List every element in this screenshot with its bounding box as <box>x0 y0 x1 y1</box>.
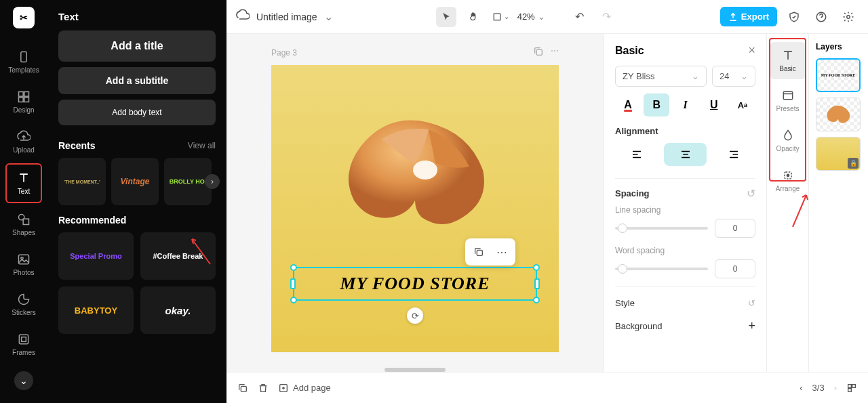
svg-rect-4 <box>24 98 29 102</box>
word-spacing-value[interactable]: 0 <box>715 259 755 278</box>
recent-preset[interactable]: Vintage <box>111 158 159 205</box>
rotate-handle[interactable]: ⟳ <box>407 307 423 324</box>
recents-next-button[interactable]: › <box>205 174 220 189</box>
svg-rect-10 <box>22 337 26 342</box>
page-more-icon[interactable]: ⋯ <box>551 46 559 59</box>
recommended-preset[interactable]: #Coffee Break <box>140 232 216 280</box>
title-dropdown[interactable]: ⌄ <box>324 10 333 23</box>
svg-rect-17 <box>783 91 792 100</box>
close-panel-icon[interactable]: × <box>748 43 755 58</box>
text-icon <box>17 171 31 185</box>
help-icon[interactable] <box>811 7 831 27</box>
svg-rect-2 <box>24 92 29 97</box>
recommended-preset[interactable]: okay. <box>140 287 216 334</box>
resize-handle[interactable] <box>533 264 540 271</box>
sidebar-item-templates[interactable]: Templates <box>5 43 42 81</box>
upload-icon <box>17 130 31 144</box>
add-title-button[interactable]: Add a title <box>58 30 216 62</box>
resize-handle[interactable] <box>290 278 296 289</box>
app-logo[interactable]: ✂ <box>13 7 35 28</box>
word-spacing-slider[interactable] <box>615 268 708 270</box>
svg-rect-0 <box>21 52 26 62</box>
add-subtitle-button[interactable]: Add a subtitle <box>58 67 216 94</box>
duplicate-page-icon[interactable] <box>533 46 544 59</box>
horizontal-scrollbar[interactable] <box>384 368 446 372</box>
next-page-button[interactable]: › <box>834 383 837 393</box>
reset-spacing-icon[interactable]: ↺ <box>747 187 755 200</box>
layer-thumbnail-background[interactable]: 🔒 <box>816 137 861 171</box>
text-icon <box>781 49 795 62</box>
add-background-icon[interactable]: + <box>748 319 755 333</box>
sidebar-item-shapes[interactable]: Shapes <box>5 206 42 243</box>
add-body-button[interactable]: Add body text <box>58 100 216 125</box>
page-grid-button[interactable] <box>846 383 857 394</box>
left-rail: ✂ Templates Design Upload Text Shapes Ph… <box>0 0 47 403</box>
align-left-button[interactable] <box>615 143 658 166</box>
recommended-preset[interactable]: BABYTOY <box>58 287 134 334</box>
tab-presets[interactable]: Presets <box>770 82 806 119</box>
tab-arrange[interactable]: Arrange <box>770 162 806 199</box>
pointer-tool[interactable] <box>436 7 456 27</box>
templates-icon <box>17 50 31 64</box>
font-select[interactable]: ZY Bliss⌄ <box>615 66 707 87</box>
document-title[interactable]: Untitled image <box>256 12 317 22</box>
canvas-page[interactable]: ⋯ MY FOOD STORE ⟳ <box>271 65 559 352</box>
line-spacing-slider[interactable] <box>615 227 708 230</box>
design-icon <box>17 90 31 104</box>
delete-page-button[interactable] <box>258 383 269 394</box>
svg-rect-11 <box>494 14 500 20</box>
hand-tool[interactable] <box>463 7 484 27</box>
duplicate-page-button[interactable] <box>237 383 248 394</box>
resize-handle[interactable] <box>533 297 540 303</box>
more-icon[interactable]: ⋯ <box>492 242 511 261</box>
redo-button[interactable]: ↷ <box>597 7 617 27</box>
settings-icon[interactable] <box>838 7 859 27</box>
svg-rect-16 <box>477 250 482 255</box>
canvas-area[interactable]: Page 3 ⋯ ⋯ <box>226 34 604 372</box>
sidebar-more[interactable]: ⌄ <box>14 371 33 390</box>
add-page-button[interactable]: Add page <box>278 383 331 394</box>
text-panel: Text Add a title Add a subtitle Add body… <box>47 0 226 403</box>
floating-toolbar: ⋯ <box>465 238 515 266</box>
sidebar-item-frames[interactable]: Frames <box>5 326 42 363</box>
croissant-image[interactable] <box>327 106 503 241</box>
tab-opacity[interactable]: Opacity <box>770 122 806 159</box>
shield-icon[interactable] <box>784 7 804 27</box>
layer-thumbnail-text[interactable]: MY FOOD STORE <box>816 58 861 92</box>
align-right-button[interactable] <box>712 143 755 166</box>
sidebar-item-design[interactable]: Design <box>5 83 42 121</box>
italic-button[interactable]: I <box>672 93 698 116</box>
recent-preset[interactable]: 'THE MOMENT..' <box>58 158 106 205</box>
sidebar-item-photos[interactable]: Photos <box>5 246 42 283</box>
line-spacing-value[interactable]: 0 <box>715 219 755 238</box>
svg-rect-14 <box>536 49 542 55</box>
recommended-preset[interactable]: Special Promo <box>58 232 134 280</box>
crop-tool[interactable]: ⌄ <box>490 7 511 27</box>
sidebar-item-text[interactable]: Text <box>5 163 42 203</box>
tab-basic[interactable]: Basic <box>770 42 806 79</box>
cloud-icon[interactable] <box>236 9 250 25</box>
zoom-display[interactable]: 42% ⌄ <box>517 12 545 22</box>
export-button[interactable]: Export <box>720 7 777 26</box>
reset-style-icon[interactable]: ↺ <box>748 298 755 308</box>
font-size-select[interactable]: 24⌄ <box>712 66 755 87</box>
view-all-link[interactable]: View all <box>188 141 216 150</box>
text-content[interactable]: MY FOOD STORE <box>340 274 490 294</box>
resize-handle[interactable] <box>290 264 297 271</box>
underline-button[interactable]: U <box>701 93 727 116</box>
font-color-button[interactable]: A <box>615 93 641 116</box>
align-center-button[interactable] <box>664 143 707 166</box>
sidebar-item-upload[interactable]: Upload <box>5 123 42 161</box>
text-case-button[interactable]: Aa <box>730 93 755 116</box>
selected-text-element[interactable]: ⋯ MY FOOD STORE ⟳ <box>293 267 537 301</box>
layer-thumbnail-image[interactable] <box>816 98 861 131</box>
resize-handle[interactable] <box>534 278 540 289</box>
svg-rect-3 <box>19 98 24 102</box>
svg-rect-22 <box>848 384 852 387</box>
undo-button[interactable]: ↶ <box>570 7 590 27</box>
resize-handle[interactable] <box>290 297 297 303</box>
sidebar-item-stickers[interactable]: Stickers <box>5 286 42 323</box>
bold-button[interactable]: B <box>644 93 669 116</box>
prev-page-button[interactable]: ‹ <box>800 383 802 393</box>
duplicate-icon[interactable] <box>469 242 488 261</box>
